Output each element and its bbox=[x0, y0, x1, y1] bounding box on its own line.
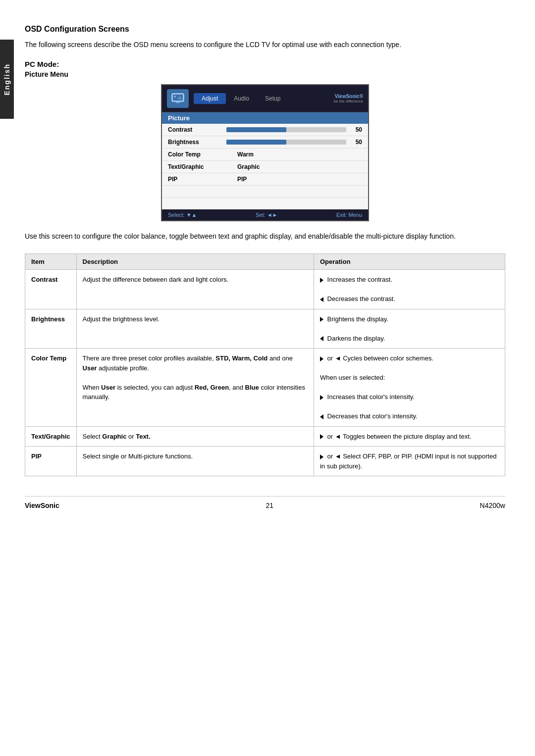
tri-right-icon bbox=[320, 454, 323, 459]
osd-value-textgraphic: Graphic bbox=[237, 163, 260, 170]
osd-footer: Select: ▼▲ Set: ◄► Exit: Menu bbox=[162, 209, 368, 220]
osd-bar-fill-brightness bbox=[226, 140, 286, 145]
table-op-textgraphic: or ◄ Toggles between the picture display… bbox=[314, 426, 505, 447]
osd-section-header: Picture bbox=[162, 112, 368, 124]
table-desc-pip: Select single or Multi-picture functions… bbox=[76, 447, 314, 476]
table-item-textgraphic: Text/Graphic bbox=[25, 426, 77, 447]
osd-label-brightness: Brightness bbox=[168, 139, 222, 146]
side-language-tab: English bbox=[0, 40, 14, 119]
pc-mode-label: PC Mode: bbox=[25, 60, 505, 68]
table-row-contrast: Contrast Adjust the difference between d… bbox=[25, 270, 505, 309]
osd-row-pip: PIP PIP bbox=[162, 173, 368, 186]
osd-row-textgraphic: Text/Graphic Graphic bbox=[162, 161, 368, 173]
osd-footer-set: Set: ◄► bbox=[256, 212, 277, 218]
table-header-description: Description bbox=[76, 254, 314, 270]
osd-row-colortemp: Color Temp Warm bbox=[162, 149, 368, 161]
footer-model: N4200w bbox=[480, 502, 505, 509]
osd-value-contrast: 50 bbox=[350, 126, 362, 133]
osd-label-pip: PIP bbox=[168, 176, 222, 183]
osd-value-brightness: 50 bbox=[350, 139, 362, 146]
footer-page-number: 21 bbox=[266, 502, 273, 509]
svg-point-2 bbox=[174, 96, 176, 98]
side-tab-label: English bbox=[3, 63, 11, 96]
tri-left-icon bbox=[320, 297, 323, 302]
osd-row-empty2 bbox=[162, 198, 368, 209]
table-desc-brightness: Adjust the brightness level. bbox=[76, 309, 314, 349]
table-item-brightness: Brightness bbox=[25, 309, 77, 349]
table-row-brightness: Brightness Adjust the brightness level. … bbox=[25, 309, 505, 349]
svg-rect-4 bbox=[176, 101, 180, 103]
osd-nav-setup[interactable]: Setup bbox=[257, 93, 288, 104]
info-table: Item Description Operation Contrast Adju… bbox=[25, 253, 505, 476]
osd-top-bar: Adjust Audio Setup ViewSonic® be the dif… bbox=[162, 85, 368, 112]
table-row-colortemp: Color Temp There are three preset color … bbox=[25, 349, 505, 427]
osd-nav-items: Adjust Audio Setup bbox=[194, 93, 334, 104]
tri-right-icon bbox=[320, 317, 323, 322]
osd-footer-exit: Exit: Menu bbox=[336, 212, 362, 218]
tri-right-icon bbox=[320, 395, 323, 400]
table-row-textgraphic: Text/Graphic Select Graphic or Text. or … bbox=[25, 426, 505, 447]
osd-row-brightness: Brightness 50 bbox=[162, 136, 368, 149]
osd-value-colortemp: Warm bbox=[237, 151, 254, 158]
table-op-colortemp: or ◄ Cycles between color schemes. When … bbox=[314, 349, 505, 427]
description-paragraph: Use this screen to configure the color b… bbox=[25, 231, 505, 242]
table-item-contrast: Contrast bbox=[25, 270, 77, 309]
tri-left-icon bbox=[320, 414, 323, 419]
section-title: OSD Configuration Screens bbox=[25, 25, 505, 34]
table-header-operation: Operation bbox=[314, 254, 505, 270]
tri-right-icon bbox=[320, 434, 323, 439]
tri-left-icon bbox=[320, 336, 323, 341]
osd-bar-contrast bbox=[226, 127, 346, 132]
tri-right-icon bbox=[320, 356, 323, 361]
tri-right-icon bbox=[320, 278, 323, 283]
table-item-colortemp: Color Temp bbox=[25, 349, 77, 427]
table-item-pip: PIP bbox=[25, 447, 77, 476]
osd-value-pip: PIP bbox=[237, 176, 247, 183]
osd-label-contrast: Contrast bbox=[168, 126, 222, 133]
osd-label-colortemp: Color Temp bbox=[168, 151, 222, 158]
osd-nav-adjust[interactable]: Adjust bbox=[194, 93, 226, 104]
osd-row-contrast: Contrast 50 bbox=[162, 124, 368, 136]
osd-picture-icon bbox=[167, 89, 189, 108]
table-op-brightness: Brightens the display. Darkens the displ… bbox=[314, 309, 505, 349]
osd-body: Picture Contrast 50 Brightness 50 Color … bbox=[162, 112, 368, 209]
osd-nav-audio[interactable]: Audio bbox=[226, 93, 257, 104]
osd-screen: Adjust Audio Setup ViewSonic® be the dif… bbox=[161, 84, 369, 221]
table-desc-contrast: Adjust the difference between dark and l… bbox=[76, 270, 314, 309]
footer-brand: ViewSonic bbox=[25, 502, 59, 509]
intro-paragraph: The following screens describe the OSD m… bbox=[25, 40, 505, 50]
osd-bar-fill-contrast bbox=[226, 127, 286, 132]
picture-menu-label: Picture Menu bbox=[25, 70, 505, 78]
page-footer: ViewSonic 21 N4200w bbox=[25, 496, 505, 514]
osd-row-empty1 bbox=[162, 186, 368, 198]
table-row-pip: PIP Select single or Multi-picture funct… bbox=[25, 447, 505, 476]
osd-bar-brightness bbox=[226, 140, 346, 145]
osd-footer-select: Select: ▼▲ bbox=[168, 212, 197, 218]
table-desc-textgraphic: Select Graphic or Text. bbox=[76, 426, 314, 447]
table-header-item: Item bbox=[25, 254, 77, 270]
osd-logo: ViewSonic® be the difference bbox=[334, 94, 363, 103]
table-op-pip: or ◄ Select OFF, PBP, or PIP. (HDMI inpu… bbox=[314, 447, 505, 476]
osd-label-textgraphic: Text/Graphic bbox=[168, 163, 222, 170]
table-op-contrast: Increases the contrast. Decreases the co… bbox=[314, 270, 505, 309]
table-desc-colortemp: There are three preset color profiles av… bbox=[76, 349, 314, 427]
